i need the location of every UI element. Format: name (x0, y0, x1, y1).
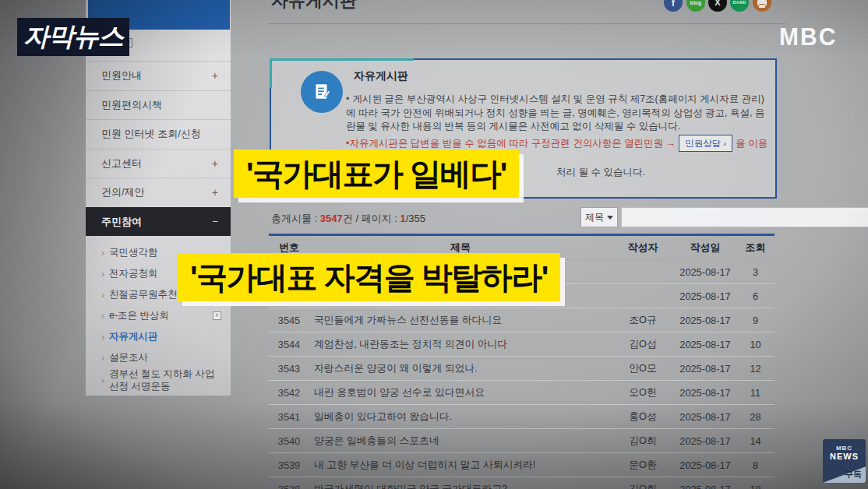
notice-warning-text: 자유게시판은 답변을 받을 수 없음에 따라 구정관련 건의사항은 열린민원 → (349, 138, 676, 149)
table-row: 3542 내란 옹호범이 양궁 선수로 있다면서요 오O헌 2025-08-17… (269, 381, 774, 405)
post-author: 조O규 (612, 314, 674, 327)
band-icon[interactable]: BAND (730, 0, 749, 12)
chevron-right-icon: › (101, 248, 104, 259)
notice-partial-line: 처리 될 수 있습니다. (556, 166, 645, 179)
page-title: 자유게시판 (271, 0, 357, 12)
post-views: 8 (736, 459, 774, 471)
post-date: 2025-08-17 (674, 387, 736, 399)
post-views: 6 (736, 290, 774, 302)
post-author: 김O희 (612, 483, 674, 489)
sidebar-item-label: 민원 인터넷 조회/신청 (101, 127, 201, 141)
mbc-news-subscribe-badge[interactable]: MBC NEWS 구독 (823, 439, 866, 483)
table-header-cell: 작성자 (612, 241, 674, 255)
current-page: 1 (400, 213, 405, 224)
post-views: 3 (736, 266, 774, 278)
sidebar-section-active[interactable]: 주민참여 − (86, 207, 231, 236)
post-count-info: 총게시물 : 3547건 / 페이지 : 1/355 (271, 212, 425, 226)
post-date: 2025-08-17 (674, 339, 736, 350)
total-pages: /355 (406, 213, 425, 224)
post-date: 2025-08-17 (674, 363, 736, 375)
post-title-link[interactable]: 국민들에게 가짜뉴스 선전선동을 하다니요 (309, 314, 612, 327)
print-icon[interactable] (753, 0, 771, 12)
news-caption-2-text: '국가대표 자격을 박탈하라' (190, 256, 548, 299)
post-number: 3539 (269, 459, 309, 471)
band-glyph: BAND (732, 0, 746, 5)
search-input[interactable] (621, 207, 868, 227)
chevron-down-icon (607, 216, 613, 220)
post-number: 3544 (269, 339, 309, 350)
facebook-icon[interactable]: f (664, 0, 683, 12)
post-title-link[interactable]: 양궁은 일베충들의 스포츠네 (309, 434, 612, 448)
post-title-link[interactable]: 일베충이 있다고하여 왔습니다. (309, 410, 612, 424)
post-title-link[interactable]: 자랑스러운 양궁이 왜 이렇게 되었나. (309, 362, 612, 375)
sidebar-item[interactable]: 민원편의시책 (86, 91, 231, 121)
post-date: 2025-08-17 (674, 435, 736, 447)
post-views: 14 (736, 435, 774, 447)
search-category-select[interactable]: 제목 (580, 207, 618, 227)
post-title-link[interactable]: 내 고향 부산을 더 이상 더럽히지 말고 사퇴시켜라! (309, 459, 612, 472)
main-content: 자유게시판 f blog X BAND 자유게시판 •게시된 글은 부산광역시 … (269, 0, 778, 489)
sidebar-subitem-label: e-조은 반상회 (109, 310, 169, 322)
sidebar-item[interactable]: 건의/제안 + (86, 178, 231, 208)
table-row: 3545 국민들에게 가짜뉴스 선전선동을 하다니요 조O규 2025-08-1… (269, 308, 774, 332)
title-divider (269, 23, 785, 24)
chevron-right-icon: › (101, 375, 104, 386)
bullet-dot: • (346, 93, 349, 104)
table-row: 3541 일베충이 있다고하여 왔습니다. 홍O성 2025-08-17 28 (269, 405, 774, 429)
sidebar-item-label: 민원안내 (101, 69, 142, 83)
sidebar-subitem-label: 국민생각함 (109, 247, 158, 259)
consult-button[interactable]: 민원상담 › (679, 135, 732, 152)
post-number: 3543 (269, 363, 309, 375)
table-row: 3543 자랑스러운 양궁이 왜 이렇게 되었나. 안O모 2025-08-17… (269, 357, 774, 381)
teal-accent-top (270, 58, 414, 61)
table-row: 3544 계엄찬성, 내란동조는 정치적 의견이 아니다 김O섭 2025-08… (269, 332, 774, 357)
collapse-minus-icon: − (212, 216, 218, 227)
sidebar-subitem[interactable]: › e-조은 반상회 + (86, 305, 231, 326)
board-document-icon (301, 71, 343, 113)
sidebar-item[interactable]: 민원 인터넷 조회/신청 (86, 120, 231, 150)
expand-plus-icon: + (212, 69, 218, 82)
sidebar-subitem[interactable]: › 설문조사 (86, 347, 231, 368)
x-twitter-icon[interactable]: X (708, 0, 727, 12)
expand-plus-icon: + (212, 157, 218, 170)
sidebar-subitem-label: 전자공청회 (109, 268, 158, 280)
sidebar-item-label: 건의/제안 (101, 185, 145, 199)
search-category-value: 제목 (585, 211, 604, 224)
table-header-cell: 조회 (736, 241, 774, 255)
sidebar-menu: 민원안내 + 민원편의시책 민원 인터넷 조회/신청 신고센터 + (86, 62, 231, 208)
sidebar-subitem-label: 설문조사 (109, 352, 148, 364)
total-label: 총게시물 : (271, 213, 320, 224)
post-views: 11 (736, 387, 774, 399)
facebook-glyph: f (672, 0, 675, 9)
news-caption-2: '국가대표 자격을 박탈하라' (178, 253, 560, 301)
sidebar-subitem[interactable]: › 경부선 철도 지하화 사업 선정 서명운동 (86, 368, 231, 392)
subscribe-badge-mbc: MBC (823, 445, 866, 452)
post-views: 28 (736, 411, 774, 423)
post-date: 2025-08-17 (674, 315, 736, 326)
chevron-right-icon: › (101, 332, 104, 343)
sidebar-section-label: 주민참여 (101, 215, 142, 229)
post-author: 오O헌 (612, 386, 674, 399)
post-title-link[interactable]: 반국가세력이 대한민국 양궁 국가대표라고? (309, 483, 612, 489)
caption-news-badge-label: 자막뉴스 (23, 19, 123, 55)
sidebar: ↗ 민원안내 + 민원편의시책 민원 인터넷 조회/신청 (86, 0, 231, 396)
post-title-link[interactable]: 내란 옹호범이 양궁 선수로 있다면서요 (309, 386, 612, 399)
post-number: 3538 (269, 484, 309, 489)
post-number: 3545 (269, 315, 309, 326)
expand-plus-icon: + (212, 186, 218, 199)
chevron-right-icon: › (101, 353, 104, 364)
notice-paragraph-text: 게시된 글은 부산광역시 사상구 인터넷시스템 설치 및 운영 규칙 제7조(홈… (346, 93, 765, 132)
post-title-link[interactable]: 계엄찬성, 내란동조는 정치적 의견이 아니다 (309, 338, 612, 351)
table-row: 3539 내 고향 부산을 더 이상 더럽히지 말고 사퇴시켜라! 문O환 20… (269, 453, 774, 477)
caption-news-badge: 자막뉴스 (17, 18, 129, 56)
post-date: 2025-08-17 (674, 459, 736, 471)
sidebar-subitem[interactable]: › 자유게시판 (86, 326, 231, 347)
sidebar-item-label: 신고센터 (101, 157, 142, 171)
page-label: 건 / 페이지 : (343, 213, 400, 224)
post-number: 3542 (269, 387, 309, 399)
post-date: 2025-08-17 (674, 290, 736, 302)
chevron-right-icon: › (101, 290, 104, 301)
sidebar-item[interactable]: 신고센터 + (86, 150, 231, 179)
sidebar-item[interactable]: 민원안내 + (86, 62, 231, 91)
blog-icon[interactable]: blog (686, 0, 705, 12)
